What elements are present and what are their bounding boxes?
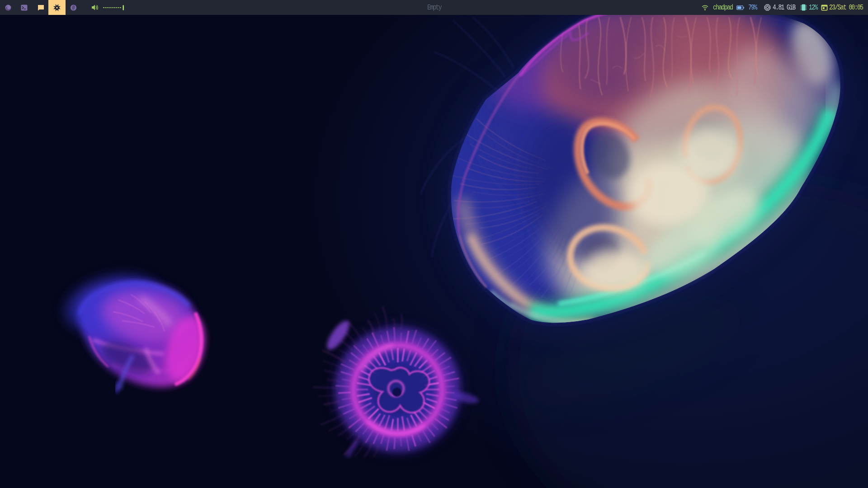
svg-text:@: @ [72, 5, 75, 10]
